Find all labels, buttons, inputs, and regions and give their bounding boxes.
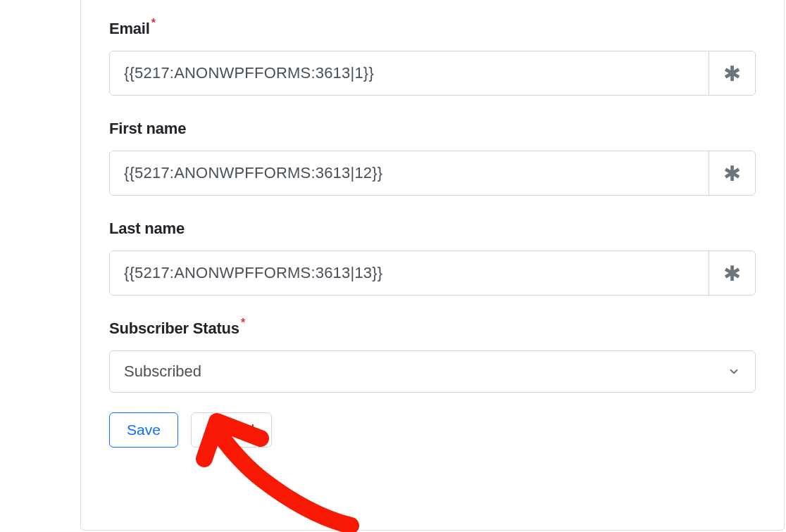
asterisk-icon: ✱ (723, 61, 741, 86)
email-smart-tag-button[interactable]: ✱ (709, 51, 755, 95)
chevron-down-icon (727, 365, 741, 379)
subscriber-status-label-text: Subscriber Status (109, 319, 239, 338)
email-label-text: Email (109, 20, 150, 38)
first-name-smart-tag-button[interactable]: ✱ (709, 151, 755, 195)
asterisk-icon: ✱ (723, 161, 741, 186)
button-row: Save Cancel (109, 412, 756, 448)
last-name-smart-tag-button[interactable]: ✱ (709, 251, 755, 295)
last-name-label-text: Last name (109, 220, 185, 238)
email-input[interactable] (110, 51, 709, 95)
form-panel: Email * ✱ First name ✱ Last name ✱ Subsc… (80, 0, 785, 531)
last-name-input-group: ✱ (109, 251, 756, 296)
email-input-group: ✱ (109, 51, 756, 96)
asterisk-icon: ✱ (723, 261, 741, 286)
email-label: Email * (109, 20, 756, 38)
subscriber-status-value: Subscribed (124, 362, 727, 381)
cancel-button[interactable]: Cancel (191, 412, 272, 448)
last-name-label: Last name (109, 220, 756, 238)
subscriber-status-select[interactable]: Subscribed (109, 350, 756, 393)
required-asterisk: * (241, 317, 245, 329)
required-asterisk: * (151, 17, 156, 30)
first-name-label-text: First name (109, 120, 186, 138)
first-name-input[interactable] (110, 151, 709, 195)
save-button[interactable]: Save (109, 412, 178, 448)
first-name-label: First name (109, 120, 756, 138)
first-name-input-group: ✱ (109, 151, 756, 196)
last-name-input[interactable] (110, 251, 709, 295)
subscriber-status-label: Subscriber Status * (109, 319, 756, 338)
